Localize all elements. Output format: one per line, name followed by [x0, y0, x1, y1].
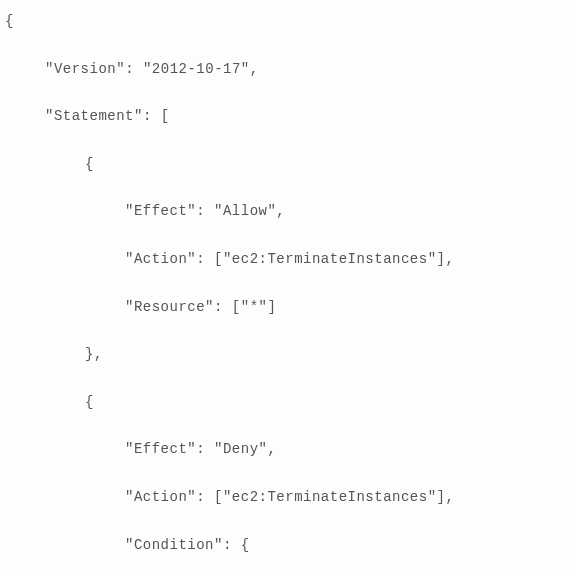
- statement-key-line: "Statement": [: [5, 105, 565, 129]
- stmt1-condition-key: "Condition": {: [5, 534, 565, 558]
- stmt0-close: },: [5, 343, 565, 367]
- stmt0-open: {: [5, 153, 565, 177]
- stmt1-effect: "Effect": "Deny",: [5, 438, 565, 462]
- code-block: { "Version": "2012-10-17", "Statement": …: [5, 10, 565, 569]
- brace-open: {: [5, 10, 565, 34]
- stmt1-action: "Action": ["ec2:TerminateInstances"],: [5, 486, 565, 510]
- stmt1-open: {: [5, 391, 565, 415]
- version-line: "Version": "2012-10-17",: [5, 58, 565, 82]
- stmt0-action: "Action": ["ec2:TerminateInstances"],: [5, 248, 565, 272]
- stmt0-effect: "Effect": "Allow",: [5, 200, 565, 224]
- stmt0-resource: "Resource": ["*"]: [5, 296, 565, 320]
